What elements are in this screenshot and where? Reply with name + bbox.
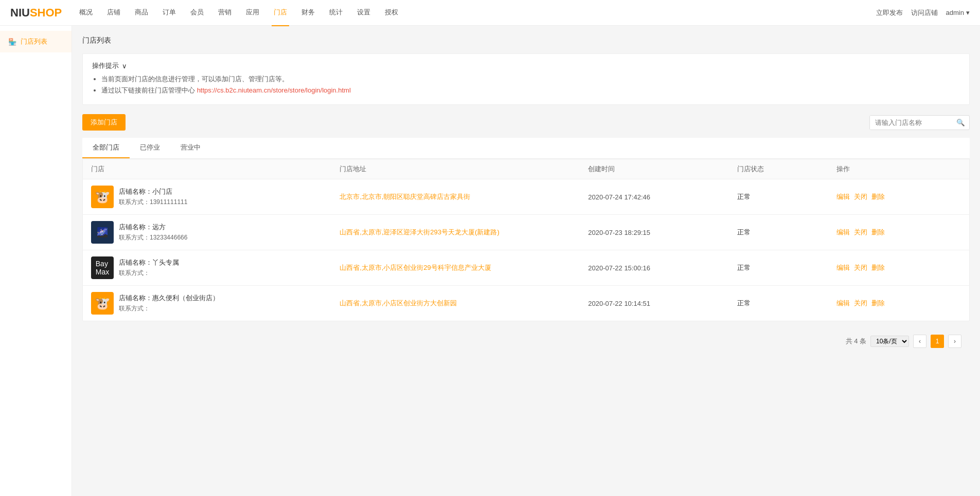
store-operations: 编辑关闭删除 <box>836 192 961 201</box>
created-time: 2020-07-23 18:29:15 <box>588 229 737 236</box>
store-status: 正常 <box>737 192 836 201</box>
store-name: 店铺名称：丫头专属 <box>119 258 179 267</box>
admin-label: admin <box>946 9 964 16</box>
logo: NIUSHOP <box>10 6 62 20</box>
store-operations: 编辑关闭删除 <box>836 299 961 308</box>
nav-item-门店[interactable]: 门店 <box>272 0 289 26</box>
op-编辑-button[interactable]: 编辑 <box>836 228 850 237</box>
hint-list: 当前页面对门店的信息进行管理，可以添加门店、管理门店等。通过以下链接前往门店管理… <box>92 75 960 95</box>
store-icon: 🏪 <box>8 38 16 46</box>
nav-item-商品[interactable]: 商品 <box>133 0 150 26</box>
sidebar-item-label: 门店列表 <box>21 37 47 46</box>
hint-item-2: 通过以下链接前往门店管理中心 https://cs.b2c.niuteam.cn… <box>101 86 960 95</box>
op-关闭-button[interactable]: 关闭 <box>854 299 867 308</box>
store-operations: 编辑关闭删除 <box>836 263 961 272</box>
breadcrumb: 门店列表 <box>82 36 970 45</box>
page-size-select[interactable]: 10条/页20条/页50条/页 <box>870 336 909 347</box>
search-wrap: 🔍 <box>869 115 970 130</box>
store-name: 店铺名称：小门店 <box>119 187 187 196</box>
nav-item-应用[interactable]: 应用 <box>244 0 261 26</box>
top-nav: NIUSHOP 概况店铺商品订单会员营销应用门店财务统计设置授权 立即发布 访问… <box>0 0 980 26</box>
table-header-cell: 门店 <box>91 164 340 174</box>
store-info: 🌌 店铺名称：远方 联系方式：13233446666 <box>91 221 340 244</box>
hint-item-1: 当前页面对门店的信息进行管理，可以添加门店、管理门店等。 <box>101 75 960 84</box>
table-header: 门店门店地址创建时间门店状态操作 <box>83 159 969 179</box>
store-name: 店铺名称：惠久便利（创业街店） <box>119 293 219 303</box>
logo-shop: SHOP <box>30 6 62 19</box>
nav-item-会员[interactable]: 会员 <box>188 0 206 26</box>
created-time: 2020-07-24 17:42:46 <box>588 193 737 201</box>
op-关闭-button[interactable]: 关闭 <box>854 192 867 201</box>
store-phone: 联系方式： <box>119 269 179 278</box>
hint-title[interactable]: 操作提示 ∨ <box>92 61 960 70</box>
table-row: 🐮 店铺名称：惠久便利（创业街店） 联系方式： 山西省,太原市,小店区创业街方大… <box>83 286 969 321</box>
tab-营业中[interactable]: 营业中 <box>170 138 211 158</box>
store-address[interactable]: 山西省,太原市,迎泽区迎泽大街293号天龙大厦(新建路) <box>340 228 588 237</box>
visit-store-button[interactable]: 访问店铺 <box>911 8 938 17</box>
search-icon: 🔍 <box>956 119 965 126</box>
search-button[interactable]: 🔍 <box>952 116 969 130</box>
store-info: 🐮 店铺名称：惠久便利（创业街店） 联系方式： <box>91 292 340 315</box>
op-编辑-button[interactable]: 编辑 <box>836 192 850 201</box>
store-table: 门店门店地址创建时间门店状态操作 🐮 店铺名称：小门店 联系方式：1391111… <box>82 159 970 321</box>
store-operations: 编辑关闭删除 <box>836 228 961 237</box>
hint-box: 操作提示 ∨ 当前页面对门店的信息进行管理，可以添加门店、管理门店等。通过以下链… <box>82 53 970 105</box>
table-body: 🐮 店铺名称：小门店 联系方式：13911111111 北京市,北京市,朝阳区聪… <box>83 179 969 321</box>
op-删除-button[interactable]: 删除 <box>871 263 885 272</box>
table-header-cell: 操作 <box>836 164 961 174</box>
chevron-down-icon: ∨ <box>122 62 127 70</box>
tab-全部门店[interactable]: 全部门店 <box>82 138 130 158</box>
op-编辑-button[interactable]: 编辑 <box>836 263 850 272</box>
store-phone: 联系方式： <box>119 304 219 313</box>
store-phone: 联系方式：13233446666 <box>119 233 187 242</box>
created-time: 2020-07-22 15:00:16 <box>588 264 737 272</box>
nav-item-授权[interactable]: 授权 <box>383 0 400 26</box>
main-content: 门店列表 操作提示 ∨ 当前页面对门店的信息进行管理，可以添加门店、管理门店等。… <box>72 26 980 496</box>
page-1-button[interactable]: 1 <box>931 335 944 348</box>
tab-已停业[interactable]: 已停业 <box>130 138 170 158</box>
table-row: BayMax 店铺名称：丫头专属 联系方式： 山西省,太原市,小店区创业街29号… <box>83 250 969 286</box>
table-row: 🐮 店铺名称：小门店 联系方式：13911111111 北京市,北京市,朝阳区聪… <box>83 179 969 215</box>
store-address[interactable]: 山西省,太原市,小店区创业街29号科宇信息产业大厦 <box>340 263 588 272</box>
nav-items: 概况店铺商品订单会员营销应用门店财务统计设置授权 <box>77 0 876 26</box>
nav-item-财务[interactable]: 财务 <box>299 0 317 26</box>
nav-item-店铺[interactable]: 店铺 <box>105 0 122 26</box>
publish-button[interactable]: 立即发布 <box>876 8 903 17</box>
prev-page-button[interactable]: ‹ <box>913 335 926 348</box>
chevron-down-icon: ▾ <box>966 9 970 16</box>
store-address[interactable]: 北京市,北京市,朝阳区聪庆堂高碑店古家具街 <box>340 192 588 201</box>
table-header-cell: 门店状态 <box>737 164 836 174</box>
store-phone: 联系方式：13911111111 <box>119 198 187 207</box>
op-关闭-button[interactable]: 关闭 <box>854 228 867 237</box>
pagination: 共 4 条 10条/页20条/页50条/页 ‹ 1 › <box>82 329 970 353</box>
hint-title-text: 操作提示 <box>92 61 119 70</box>
op-删除-button[interactable]: 删除 <box>871 192 885 201</box>
nav-right: 立即发布 访问店铺 admin ▾ <box>876 8 970 17</box>
nav-item-设置[interactable]: 设置 <box>355 0 372 26</box>
op-删除-button[interactable]: 删除 <box>871 299 885 308</box>
store-tabs: 全部门店已停业营业中 <box>82 138 970 159</box>
hint-link[interactable]: https://cs.b2c.niuteam.cn/store/store/lo… <box>197 86 351 94</box>
logo-niu: NIU <box>10 6 30 19</box>
store-name: 店铺名称：远方 <box>119 223 187 232</box>
search-input[interactable] <box>870 116 952 130</box>
store-status: 正常 <box>737 228 836 237</box>
sidebar-item-门店列表[interactable]: 🏪门店列表 <box>0 31 72 52</box>
store-status: 正常 <box>737 299 836 308</box>
admin-menu[interactable]: admin ▾ <box>946 9 970 16</box>
table-header-cell: 创建时间 <box>588 164 737 174</box>
op-编辑-button[interactable]: 编辑 <box>836 299 850 308</box>
table-row: 🌌 店铺名称：远方 联系方式：13233446666 山西省,太原市,迎泽区迎泽… <box>83 215 969 250</box>
toolbar: 添加门店 🔍 <box>82 114 970 131</box>
total-count: 共 4 条 <box>846 337 866 346</box>
op-删除-button[interactable]: 删除 <box>871 228 885 237</box>
add-store-button[interactable]: 添加门店 <box>82 114 126 131</box>
store-address[interactable]: 山西省,太原市,小店区创业街方大创新园 <box>340 299 588 308</box>
nav-item-订单[interactable]: 订单 <box>161 0 178 26</box>
op-关闭-button[interactable]: 关闭 <box>854 263 867 272</box>
nav-item-概况[interactable]: 概况 <box>77 0 95 26</box>
nav-item-营销[interactable]: 营销 <box>216 0 234 26</box>
store-info: BayMax 店铺名称：丫头专属 联系方式： <box>91 256 340 279</box>
nav-item-统计[interactable]: 统计 <box>327 0 345 26</box>
next-page-button[interactable]: › <box>948 335 961 348</box>
